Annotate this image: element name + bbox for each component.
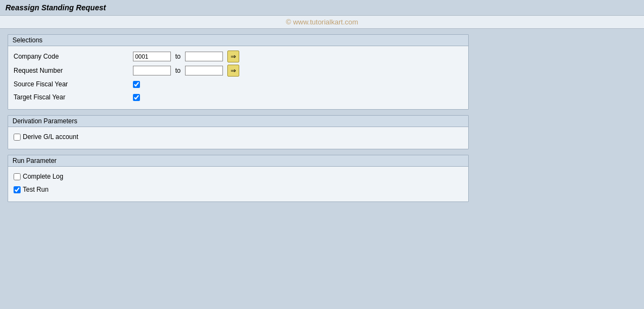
company-code-label: Company Code — [14, 53, 133, 60]
target-fiscal-year-checkbox-container — [133, 94, 140, 101]
company-code-input[interactable] — [133, 52, 171, 61]
target-fiscal-year-label: Target Fiscal Year — [14, 93, 133, 101]
request-number-to-input[interactable] — [185, 66, 223, 75]
derive-gl-container: Derive G/L account — [14, 133, 78, 141]
complete-log-checkbox[interactable] — [14, 173, 21, 180]
source-fiscal-year-checkbox[interactable] — [133, 81, 140, 88]
request-number-to-label: to — [175, 67, 181, 74]
derive-gl-label: Derive G/L account — [23, 133, 78, 141]
target-fiscal-year-row: Target Fiscal Year — [14, 92, 463, 103]
run-parameter-body: Complete Log Test Run — [8, 167, 468, 201]
complete-log-container: Complete Log — [14, 173, 63, 180]
target-fiscal-year-checkbox[interactable] — [133, 94, 140, 101]
complete-log-label: Complete Log — [23, 173, 63, 180]
company-code-to-label: to — [175, 53, 181, 60]
source-fiscal-year-row: Source Fiscal Year — [14, 79, 463, 90]
test-run-checkbox[interactable] — [14, 186, 21, 193]
test-run-row: Test Run — [14, 184, 463, 195]
source-fiscal-year-label: Source Fiscal Year — [14, 80, 133, 88]
request-number-arrow-button[interactable]: ⇒ — [227, 65, 239, 77]
derivation-header: Derivation Parameters — [8, 116, 468, 127]
test-run-container: Test Run — [14, 186, 48, 193]
derivation-section: Derivation Parameters Derive G/L account — [8, 115, 469, 149]
run-parameter-header: Run Parameter — [8, 155, 468, 167]
derivation-body: Derive G/L account — [8, 127, 468, 149]
request-number-label: Request Number — [14, 67, 133, 74]
run-parameter-section: Run Parameter Complete Log Test Run — [8, 155, 469, 202]
test-run-label: Test Run — [23, 186, 48, 193]
complete-log-row: Complete Log — [14, 171, 463, 182]
company-code-to-input[interactable] — [185, 52, 223, 61]
main-content: Selections Company Code to ⇒ Request Num… — [0, 29, 644, 213]
company-code-row: Company Code to ⇒ — [14, 51, 463, 62]
derive-gl-checkbox[interactable] — [14, 134, 21, 141]
selections-header: Selections — [8, 35, 468, 46]
selections-body: Company Code to ⇒ Request Number to ⇒ So… — [8, 46, 468, 109]
request-number-input[interactable] — [133, 66, 171, 75]
request-number-row: Request Number to ⇒ — [14, 65, 463, 77]
selections-section: Selections Company Code to ⇒ Request Num… — [8, 34, 469, 110]
derive-gl-row: Derive G/L account — [14, 131, 463, 142]
page-title: Reassign Standing Request — [0, 0, 644, 15]
watermark: © www.tutorialkart.com — [0, 15, 644, 29]
company-code-arrow-button[interactable]: ⇒ — [227, 51, 239, 62]
source-fiscal-year-checkbox-container — [133, 81, 140, 88]
